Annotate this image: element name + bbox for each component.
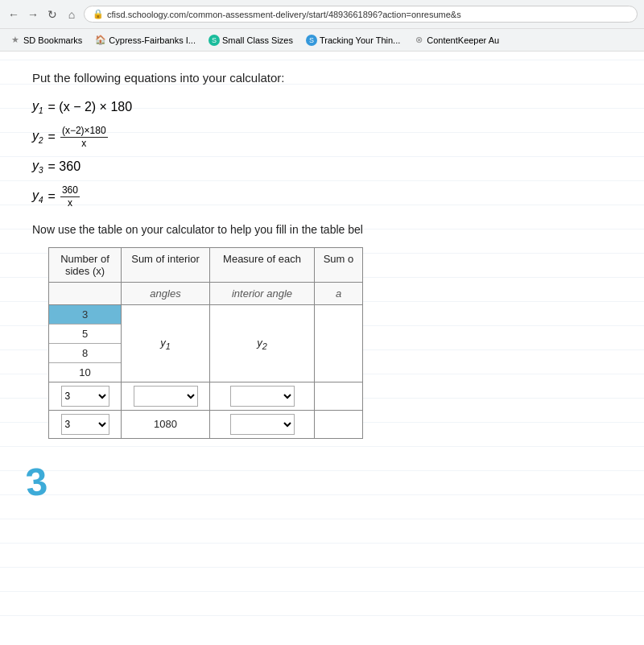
equation-y1: y1 = (x − 2) × 180 (32, 99, 612, 115)
bookmark-tracking[interactable]: S Tracking Your Thin... (303, 33, 403, 48)
table-subheader-row: angles interior angle a (49, 282, 363, 304)
measure-bottom-dropdown[interactable] (230, 414, 295, 435)
equation-y2: y2 = (x−2)×180 x (32, 125, 612, 149)
sides-val-10: 10 (49, 363, 121, 382)
y4-label: y4 (32, 188, 43, 205)
annotation-3: 3 (24, 459, 49, 505)
home-button[interactable]: ⌂ (64, 7, 79, 22)
nav-icons: ← → ↻ ⌂ (6, 7, 79, 22)
bookmark-tr-icon: S (306, 35, 317, 46)
sides-val-5: 5 (49, 325, 121, 344)
y3-rhs: = 360 (48, 159, 80, 174)
sum-int-dropdown[interactable] (134, 386, 198, 407)
sides-bottom-cell[interactable]: 3 (49, 410, 122, 438)
y4-numerator: 360 (60, 184, 80, 196)
lock-icon: 🔒 (93, 9, 104, 19)
subheader-angles-label: angles (150, 287, 180, 300)
data-table: Number ofsides (x) Sum of interior Measu… (48, 247, 363, 439)
y3-label: y3 (32, 159, 43, 175)
y2-fraction: (x−2)×180 x (60, 125, 108, 149)
bookmarks-bar: ★ SD Bookmarks 🏠 Cypress-Fairbanks I... … (0, 29, 644, 52)
bookmark-sc-icon: S (208, 35, 220, 46)
table-header-row: Number ofsides (x) Sum of interior Measu… (49, 247, 363, 282)
bookmark-small-class[interactable]: S Small Class Sizes (205, 33, 296, 48)
measure-y2-cell: y2 (210, 304, 315, 382)
equation-y4: y4 = 360 x (32, 184, 612, 209)
y1-label: y1 (32, 99, 43, 115)
back-button[interactable]: ← (6, 7, 21, 22)
sum-ext-bottom-cell (315, 410, 363, 438)
bookmark-contentkeeper[interactable]: ⊗ ContentKeeper Au (410, 33, 502, 48)
bookmark-cf-label: Cypress-Fairbanks I... (109, 35, 196, 45)
now-use-text: Now use the table on your calculator to … (32, 223, 612, 236)
sides-dropdown-select-cell[interactable]: 3 5 8 10 (49, 382, 122, 410)
y2-numerator: (x−2)×180 (60, 125, 108, 137)
address-bar[interactable]: 🔒 cfisd.schoology.com/common-assessment-… (84, 6, 638, 23)
header-sides: Number ofsides (x) (49, 247, 122, 282)
table-row-dropdowns: 3 5 8 10 (49, 382, 363, 410)
bookmark-cf-icon: 🏠 (95, 35, 106, 46)
instruction-text: Put the following equations into your ca… (32, 71, 612, 85)
table-row-1080: 3 1080 (49, 410, 363, 438)
measure-y2-label: y2 (257, 337, 267, 349)
measure-bottom-dropdown-cell[interactable] (210, 410, 315, 438)
header-sum-interior: Sum of interior (122, 247, 210, 282)
y2-denominator: x (80, 138, 88, 149)
sum-ext-empty-cell (315, 304, 363, 382)
bookmark-sd-bookmarks[interactable]: ★ SD Bookmarks (6, 33, 85, 48)
bookmark-sc-label: Small Class Sizes (222, 35, 293, 45)
sum-int-y1-cell: y1 (122, 304, 210, 382)
subheader-ext-a: a (315, 282, 363, 304)
header-sum-exterior: Sum o (315, 247, 363, 282)
forward-button[interactable]: → (26, 7, 40, 22)
sum-ext-row2-cell (315, 382, 363, 410)
bookmark-ck-icon: ⊗ (413, 35, 424, 46)
y1-equals: = (x − 2) × 180 (48, 100, 133, 114)
sides-dropdown-select[interactable]: 3 5 8 10 (61, 386, 109, 407)
y4-equals: = (48, 189, 56, 204)
y2-label: y2 (32, 129, 43, 145)
measure-dropdown-cell[interactable] (210, 382, 315, 410)
address-text: cfisd.schoology.com/common-assessment-de… (107, 10, 461, 19)
y2-equals: = (48, 130, 56, 144)
browser-bar: ← → ↻ ⌂ 🔒 cfisd.schoology.com/common-ass… (0, 0, 644, 29)
subheader-interior-angle: interior angle (210, 282, 315, 304)
page-content: Put the following equations into your ca… (0, 52, 644, 639)
measure-dropdown[interactable] (230, 386, 295, 407)
subheader-interior-angle-label: interior angle (232, 287, 292, 300)
reload-button[interactable]: ↻ (45, 7, 60, 22)
sum-int-1080-cell: 1080 (122, 410, 210, 438)
bookmark-sd-label: SD Bookmarks (23, 35, 82, 45)
bookmark-ck-label: ContentKeeper Au (427, 35, 499, 45)
sides-val-8: 8 (49, 344, 121, 363)
bookmark-cypress-fairbanks[interactable]: 🏠 Cypress-Fairbanks I... (92, 33, 199, 48)
value-1080: 1080 (154, 418, 177, 430)
sum-int-dropdown-cell[interactable] (122, 382, 210, 410)
y4-fraction: 360 x (60, 184, 80, 209)
equation-y3: y3 = 360 (32, 159, 612, 175)
y4-denominator: x (66, 197, 74, 209)
table-row-dropdown-sides: 3 5 8 10 y1 y2 (49, 304, 363, 382)
sum-int-y1-label: y1 (160, 337, 171, 349)
header-measure: Measure of each (210, 247, 315, 282)
sides-val-3: 3 (49, 305, 121, 325)
bookmark-sd-icon: ★ (10, 35, 21, 46)
bookmark-tr-label: Tracking Your Thin... (320, 35, 400, 45)
sides-dropdown-cell: 3 5 8 10 (49, 304, 122, 382)
subheader-sides (49, 282, 122, 304)
subheader-angles: angles (122, 282, 210, 304)
sides-bottom-dropdown[interactable]: 3 (61, 414, 109, 435)
subheader-ext-a-label: a (336, 287, 341, 300)
